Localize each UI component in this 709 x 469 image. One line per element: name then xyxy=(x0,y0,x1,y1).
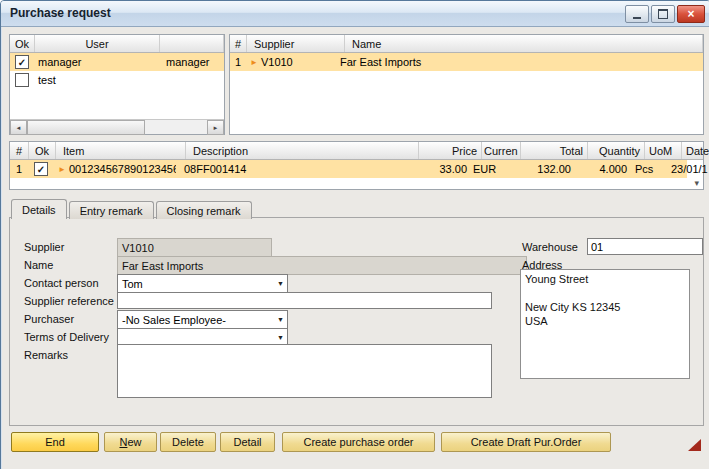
restore-button[interactable] xyxy=(651,5,675,23)
create-purchase-order-button[interactable]: Create purchase order xyxy=(282,432,435,452)
ok-cell: ✓ xyxy=(28,160,54,178)
new-button-accelerator: N xyxy=(119,436,127,448)
item-code: 001234567890123456 xyxy=(69,163,176,175)
items-table: # Ok Item Description Price Curren Total… xyxy=(9,141,704,190)
currency-cell: EUR xyxy=(471,160,509,178)
chevron-down-icon: ▼ xyxy=(277,316,284,323)
ok-cell xyxy=(10,71,34,89)
chevron-down-icon: ▼ xyxy=(277,334,284,341)
users-header-extra xyxy=(160,35,224,52)
close-icon: × xyxy=(687,8,694,20)
horizontal-scrollbar[interactable]: ◄ ► xyxy=(10,119,224,134)
scroll-down-icon[interactable]: ▾ xyxy=(694,178,699,188)
user-cell: manager xyxy=(34,53,162,71)
items-header-uom: UoM xyxy=(645,142,682,159)
supplier-name-cell: Far East Imports xyxy=(336,53,703,71)
supplier-label: Supplier xyxy=(24,241,64,253)
window-title: Purchase request xyxy=(10,6,111,20)
description-cell: 08FF001414 xyxy=(176,160,409,178)
user-cell: test xyxy=(34,71,162,89)
warehouse-input[interactable] xyxy=(587,238,703,255)
tab-details[interactable]: Details xyxy=(11,199,67,219)
total-cell: 132.00 xyxy=(509,160,575,178)
supplier-reference-input[interactable] xyxy=(117,292,492,309)
value-cell xyxy=(162,71,224,89)
supplier-cell: ► V1010 xyxy=(246,53,336,71)
date-cell: 23/01/1 xyxy=(667,160,709,178)
detail-button[interactable]: Detail xyxy=(220,432,275,452)
check-icon: ✓ xyxy=(37,164,45,175)
ok-checkbox[interactable] xyxy=(15,73,29,87)
window-controls: × xyxy=(625,5,705,23)
suppliers-table-header: # Supplier Name xyxy=(230,35,703,53)
end-button[interactable]: End xyxy=(11,432,99,452)
tab-strip: Details Entry remark Closing remark xyxy=(11,199,252,218)
name-label: Name xyxy=(24,259,53,271)
supplier-reference-label: Supplier reference nu xyxy=(24,295,129,307)
restore-icon xyxy=(658,9,668,19)
users-header-ok: Ok xyxy=(10,35,35,52)
suppliers-header-num: # xyxy=(230,35,247,52)
resize-corner-icon[interactable] xyxy=(688,439,701,451)
table-row[interactable]: 1 ✓ ► 001234567890123456 08FF001414 33.0… xyxy=(10,160,687,178)
titlebar[interactable]: Purchase request × xyxy=(1,1,709,27)
suppliers-header-name: Name xyxy=(345,35,703,52)
scroll-right-icon[interactable]: ► xyxy=(207,120,224,135)
address-textarea[interactable]: Young Street New City KS 12345 USA xyxy=(520,269,690,379)
items-header-price: Price xyxy=(419,142,482,159)
remarks-textarea[interactable] xyxy=(117,344,492,398)
ok-checkbox[interactable]: ✓ xyxy=(34,162,48,176)
new-button-label: ew xyxy=(127,436,141,448)
supplier-code: V1010 xyxy=(261,56,293,68)
scroll-left-icon[interactable]: ◄ xyxy=(10,120,27,135)
table-row[interactable]: 1 ► V1010 Far East Imports xyxy=(230,53,703,71)
ok-checkbox[interactable]: ✓ xyxy=(15,55,29,69)
users-table: Ok User ✓ manager manager test ◄ ► xyxy=(9,34,225,135)
price-cell: 33.00 xyxy=(409,160,471,178)
items-header-quantity: Quantity xyxy=(588,142,645,159)
ok-cell: ✓ xyxy=(10,53,34,71)
users-table-header: Ok User xyxy=(10,35,224,53)
items-header-description: Description xyxy=(186,142,419,159)
contact-person-value: Tom xyxy=(122,278,143,290)
quantity-cell: 4.000 xyxy=(575,160,631,178)
items-header-item: Item xyxy=(56,142,186,159)
suppliers-header-supplier: Supplier xyxy=(247,35,345,52)
table-row[interactable]: ✓ manager manager xyxy=(10,53,224,71)
purchaser-value: -No Sales Employee- xyxy=(122,314,226,326)
purchase-request-window: Purchase request × Ok User ✓ manager man… xyxy=(0,0,709,469)
terms-of-delivery-label: Terms of Delivery xyxy=(24,331,109,343)
supplier-field: V1010 xyxy=(117,238,272,257)
tab-entry-remark[interactable]: Entry remark xyxy=(69,201,154,219)
purchaser-select[interactable]: -No Sales Employee- ▼ xyxy=(117,310,288,329)
close-button[interactable]: × xyxy=(677,5,705,23)
link-arrow-icon[interactable]: ► xyxy=(250,58,258,67)
tab-closing-remark[interactable]: Closing remark xyxy=(156,201,252,219)
row-number-cell: 1 xyxy=(230,53,246,71)
uom-cell: Pcs xyxy=(631,160,667,178)
items-header-total: Total xyxy=(521,142,588,159)
scrollbar-track[interactable] xyxy=(145,120,207,134)
contact-person-label: Contact person xyxy=(24,277,99,289)
table-row[interactable]: test xyxy=(10,71,224,89)
contact-person-select[interactable]: Tom ▼ xyxy=(117,274,288,293)
minimize-button[interactable] xyxy=(625,5,649,23)
link-arrow-icon[interactable]: ► xyxy=(58,165,66,174)
items-table-header: # Ok Item Description Price Curren Total… xyxy=(10,142,703,160)
value-cell: manager xyxy=(162,53,224,71)
warehouse-label: Warehouse xyxy=(522,241,578,253)
items-header-num: # xyxy=(10,142,29,159)
item-cell: ► 001234567890123456 xyxy=(54,160,176,178)
row-number-cell: 1 xyxy=(10,160,28,178)
remarks-label: Remarks xyxy=(24,349,68,361)
delete-button[interactable]: Delete xyxy=(160,432,216,452)
create-draft-purchase-order-button[interactable]: Create Draft Pur.Order xyxy=(441,432,611,452)
check-icon: ✓ xyxy=(18,57,26,68)
minimize-icon xyxy=(633,17,641,19)
items-header-currency: Curren xyxy=(482,142,521,159)
name-field: Far East Imports xyxy=(117,256,527,275)
scrollbar-thumb[interactable] xyxy=(27,120,145,135)
items-header-date: Date of xyxy=(682,142,709,159)
details-pane: Supplier V1010 Name Far East Imports Con… xyxy=(9,217,704,426)
new-button[interactable]: New xyxy=(104,432,157,452)
